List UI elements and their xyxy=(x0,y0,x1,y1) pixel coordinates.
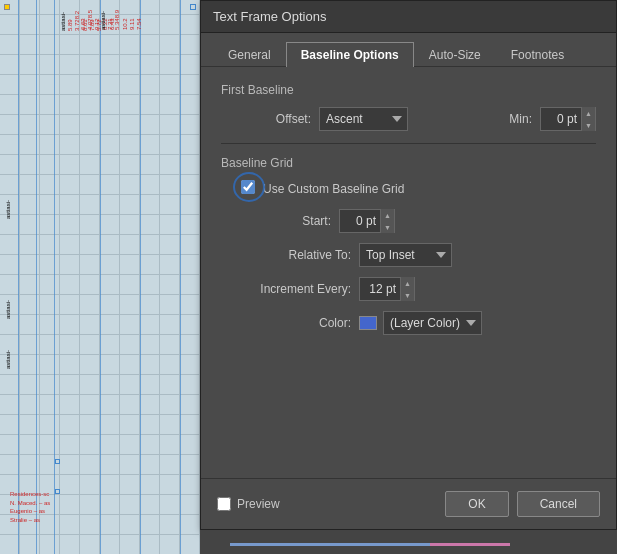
divider-1 xyxy=(221,143,596,144)
min-spinner-up[interactable]: ▲ xyxy=(581,107,595,119)
dialog-title: Text Frame Options xyxy=(201,1,616,33)
tab-footnotes[interactable]: Footnotes xyxy=(496,42,579,67)
color-select[interactable]: (Layer Color) Black Blue Red xyxy=(383,311,482,335)
increment-spinner-up[interactable]: ▲ xyxy=(400,277,414,289)
baseline-grid-section-title: Baseline Grid xyxy=(221,156,596,170)
relative-to-select[interactable]: Top Inset Top of Page Top Margin xyxy=(359,243,452,267)
preview-checkbox[interactable] xyxy=(217,497,231,511)
preview-label: Preview xyxy=(237,497,280,511)
start-row: Start: ▲ ▼ xyxy=(241,209,596,233)
dialog-footer: Preview OK Cancel xyxy=(201,478,616,529)
start-spinner: ▲ ▼ xyxy=(339,209,395,233)
start-spinner-buttons: ▲ ▼ xyxy=(380,209,394,233)
increment-row: Increment Every: ▲ ▼ xyxy=(241,277,596,301)
min-label: Min: xyxy=(502,112,532,126)
first-baseline-section-title: First Baseline xyxy=(221,83,596,97)
relative-to-label: Relative To: xyxy=(241,248,351,262)
dialog-body: First Baseline Offset: Ascent Cap Height… xyxy=(201,67,616,361)
increment-spinner: ▲ ▼ xyxy=(359,277,415,301)
color-swatch xyxy=(359,316,377,330)
start-spinner-up[interactable]: ▲ xyxy=(380,209,394,221)
offset-label: Offset: xyxy=(221,112,311,126)
increment-spinner-down[interactable]: ▼ xyxy=(400,289,414,301)
doc-overlay: astiasi- 5.893.728.28.617.895.72 6.634.0… xyxy=(0,0,200,554)
use-custom-baseline-label: Use Custom Baseline Grid xyxy=(263,182,404,196)
use-custom-baseline-checkbox[interactable] xyxy=(241,180,255,194)
color-row: Color: (Layer Color) Black Blue Red xyxy=(241,311,596,335)
tabs-row: General Baseline Options Auto-Size Footn… xyxy=(201,33,616,67)
increment-label: Increment Every: xyxy=(241,282,351,296)
color-select-row: (Layer Color) Black Blue Red xyxy=(359,311,482,335)
use-custom-baseline-row: Use Custom Baseline Grid xyxy=(221,180,596,197)
tab-general[interactable]: General xyxy=(213,42,286,67)
min-spinner-buttons: ▲ ▼ xyxy=(581,107,595,131)
min-spinner: ▲ ▼ xyxy=(540,107,596,131)
relative-to-row: Relative To: Top Inset Top of Page Top M… xyxy=(241,243,596,267)
baseline-grid-options: Start: ▲ ▼ Relative To: Top Inset Top of… xyxy=(221,209,596,335)
increment-spinner-buttons: ▲ ▼ xyxy=(400,277,414,301)
text-frame-options-dialog: Text Frame Options General Baseline Opti… xyxy=(200,0,617,530)
bottom-timeline xyxy=(200,530,617,554)
tab-baseline-options[interactable]: Baseline Options xyxy=(286,42,414,67)
document-area: astiasi- 5.893.728.28.617.895.72 6.634.0… xyxy=(0,0,200,554)
start-spinner-down[interactable]: ▼ xyxy=(380,221,394,233)
tab-auto-size[interactable]: Auto-Size xyxy=(414,42,496,67)
cancel-button[interactable]: Cancel xyxy=(517,491,600,517)
color-label: Color: xyxy=(241,316,351,330)
start-label: Start: xyxy=(241,214,331,228)
increment-input[interactable] xyxy=(360,280,400,298)
checkbox-wrapper xyxy=(241,180,255,197)
start-input[interactable] xyxy=(340,212,380,230)
offset-row: Offset: Ascent Cap Height Leading x Heig… xyxy=(221,107,596,131)
timeline-bar-2 xyxy=(430,543,510,546)
timeline-bar-1 xyxy=(230,543,430,546)
preview-row: Preview xyxy=(217,497,437,511)
min-spinner-down[interactable]: ▼ xyxy=(581,119,595,131)
ok-button[interactable]: OK xyxy=(445,491,508,517)
min-input[interactable] xyxy=(541,110,581,128)
offset-select[interactable]: Ascent Cap Height Leading x Height Fixed xyxy=(319,107,408,131)
